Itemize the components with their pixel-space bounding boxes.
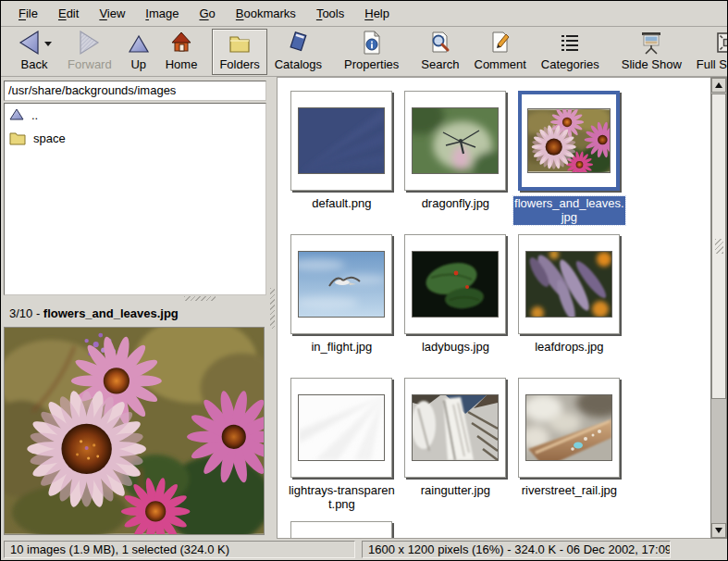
status-right-text: 1600 x 1200 pixels (16%) - 324.0 K - 06 … — [368, 542, 671, 556]
folder-icon — [227, 30, 253, 56]
menu-view[interactable]: View — [89, 3, 135, 24]
preview-image — [4, 327, 265, 535]
forward-label: Forward — [68, 57, 112, 71]
folder-item-parent[interactable]: .. — [5, 104, 265, 127]
horizontal-paned-divider[interactable] — [4, 295, 269, 302]
scrollbar-grip — [715, 239, 723, 254]
catalogs-button[interactable]: Catalogs — [267, 29, 329, 75]
list-icon — [558, 30, 582, 56]
home-icon — [169, 30, 193, 56]
thumbnail-label: default.png — [312, 196, 371, 210]
thumbnail-item[interactable]: in_flight.jpg — [285, 234, 399, 378]
thumbnail-item[interactable]: leafdrops.jpg — [512, 234, 626, 378]
menu-image[interactable]: Image — [135, 3, 189, 24]
thumbnail-card[interactable] — [404, 91, 506, 191]
menu-go[interactable]: Go — [189, 3, 225, 24]
thumbnail-label: raingutter.jpg — [421, 483, 490, 497]
thumbnail-label: ladybugs.jpg — [422, 340, 489, 354]
projector-screen-icon — [638, 30, 664, 56]
arrow-up-icon — [715, 82, 722, 88]
thumbnail-label: dragonfly.jpg — [422, 196, 489, 210]
back-button[interactable]: Back — [8, 29, 60, 75]
thumbnail-image-dragonfly — [412, 107, 499, 174]
thumbnail-card[interactable] — [290, 378, 392, 478]
image-filename: flowers_and_leaves.jpg — [43, 306, 179, 320]
thumbnail-item[interactable]: ladybugs.jpg — [399, 234, 512, 378]
dropdown-arrow-icon — [44, 42, 52, 46]
thumbnail-card[interactable] — [518, 234, 620, 334]
left-panel: .. space 3/10 - flowers_and_leaves.jpg — [1, 77, 269, 539]
thumbnail-card[interactable] — [518, 378, 620, 478]
vertical-paned-divider[interactable] — [269, 77, 277, 539]
menu-edit[interactable]: Edit — [48, 3, 89, 24]
folder-item-label: .. — [31, 108, 38, 122]
scrollbar-thumb[interactable] — [711, 94, 726, 399]
catalogs-label: Catalogs — [275, 57, 322, 71]
categories-button[interactable]: Categories — [534, 29, 607, 75]
up-arrow-icon — [127, 30, 151, 56]
full-screen-label: Full Screen — [697, 57, 728, 71]
folder-item-space[interactable]: space — [5, 127, 265, 150]
folders-label: Folders — [219, 57, 259, 71]
book-icon — [285, 30, 311, 56]
paned-grip[interactable] — [270, 288, 275, 329]
document-info-icon — [360, 30, 384, 56]
folder-list: .. space — [4, 103, 266, 295]
categories-label: Categories — [541, 57, 599, 71]
thumbnail-card[interactable] — [290, 91, 392, 191]
slide-show-label: Slide Show — [622, 57, 682, 71]
thumbnail-item-selected[interactable]: flowers_and_leaves.jpg — [512, 91, 626, 234]
document-edit-icon — [488, 30, 512, 56]
menu-file[interactable]: File — [8, 3, 48, 24]
search-label: Search — [421, 57, 459, 71]
main-area: .. space 3/10 - flowers_and_leaves.jpg — [1, 77, 727, 539]
scroll-down-button[interactable] — [711, 523, 726, 538]
fullscreen-icon — [714, 30, 728, 56]
menu-tools[interactable]: Tools — [306, 3, 354, 24]
home-label: Home — [166, 57, 198, 71]
properties-button[interactable]: Properties — [337, 29, 406, 75]
slide-show-button[interactable]: Slide Show — [614, 29, 689, 75]
full-screen-button[interactable]: Full Screen — [689, 29, 728, 75]
thumbnail-item[interactable]: dragonfly.jpg — [399, 91, 512, 234]
scroll-up-button[interactable] — [711, 78, 726, 93]
vertical-scrollbar[interactable] — [710, 77, 727, 539]
comment-button[interactable]: Comment — [467, 29, 534, 75]
thumbnail-card[interactable] — [404, 234, 506, 334]
thumbnail-card[interactable] — [518, 91, 620, 191]
up-triangle-icon — [9, 108, 24, 121]
folder-item-label: space — [33, 131, 66, 145]
thumbnail-image-riverstreet-rail — [525, 394, 612, 461]
forward-arrow-icon — [77, 30, 103, 56]
thumbnail-image-flowers-and-leaves — [527, 108, 611, 173]
status-image-details: 1600 x 1200 pixels (16%) - 324.0 K - 06 … — [362, 541, 671, 558]
thumbnail-item[interactable]: raingutter.jpg — [399, 378, 512, 521]
thumbnail-image-partial — [298, 538, 385, 539]
search-button[interactable]: Search — [413, 29, 466, 75]
thumbnail-item[interactable]: riverstreet_rail.jpg — [512, 378, 626, 521]
gthumb-window: File Edit View Image Go Bookmarks Tools … — [0, 0, 728, 561]
thumbnail-card[interactable] — [290, 521, 392, 539]
document-search-icon — [428, 30, 452, 56]
properties-label: Properties — [344, 57, 399, 71]
thumbnail-item[interactable]: default.png — [285, 91, 399, 234]
location-entry[interactable] — [4, 81, 266, 101]
thumbnail-label: in_flight.jpg — [311, 340, 372, 354]
thumbnail-item-partial[interactable] — [285, 521, 399, 539]
thumbnail-pane: default.png — [277, 77, 710, 539]
thumbnail-card[interactable] — [404, 378, 506, 478]
home-button[interactable]: Home — [158, 29, 205, 75]
thumbnail-label: lightrays-transparent.png — [286, 483, 398, 512]
menu-bookmarks[interactable]: Bookmarks — [226, 3, 306, 24]
back-label: Back — [21, 57, 48, 71]
thumbnail-card[interactable] — [290, 234, 392, 334]
forward-button[interactable]: Forward — [60, 29, 119, 75]
thumbnail-image-lightrays — [298, 394, 385, 461]
menu-help[interactable]: Help — [354, 3, 400, 24]
thumbnail-label: leafdrops.jpg — [535, 340, 603, 354]
paned-grip[interactable] — [184, 296, 216, 301]
thumbnail-image-leafdrops — [525, 251, 612, 318]
thumbnail-item[interactable]: lightrays-transparent.png — [285, 378, 399, 521]
folders-button[interactable]: Folders — [212, 29, 266, 75]
up-button[interactable]: Up — [119, 29, 158, 75]
